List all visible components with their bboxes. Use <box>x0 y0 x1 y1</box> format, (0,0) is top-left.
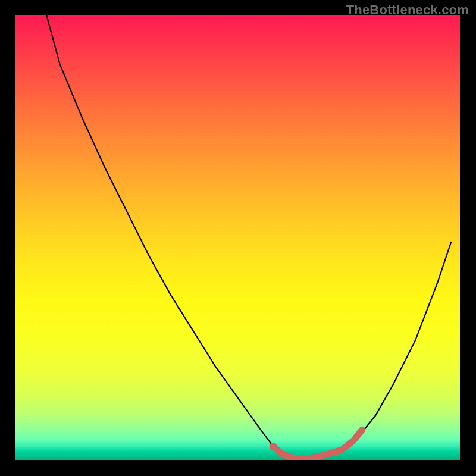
watermark-text: TheBottleneck.com <box>346 2 469 18</box>
plot-area <box>15 15 460 460</box>
bottleneck-curve <box>15 15 460 460</box>
optimal-range-start-dot <box>270 443 277 450</box>
optimal-range-marker <box>273 430 362 459</box>
chart-container: TheBottleneck.com <box>0 0 476 476</box>
line-series <box>46 15 451 460</box>
